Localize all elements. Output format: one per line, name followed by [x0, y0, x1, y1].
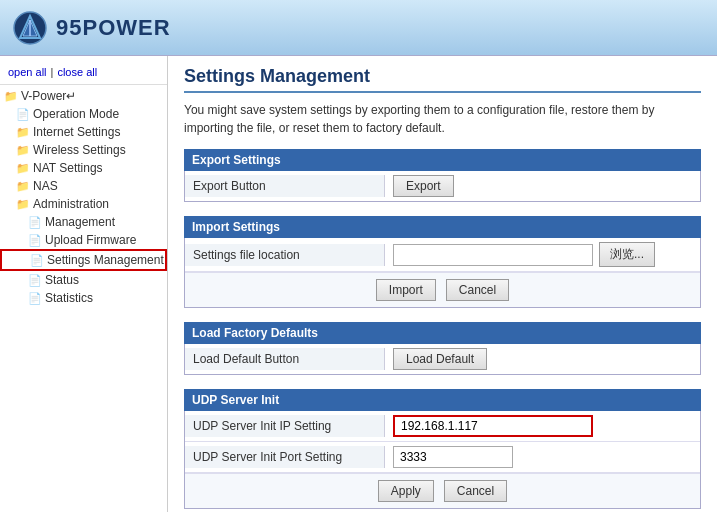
import-body: Settings file location 浏览... Import Canc… — [184, 238, 701, 308]
load-defaults-section: Load Factory Defaults Load Default Butto… — [184, 322, 701, 375]
header: 95POWER — [0, 0, 717, 56]
udp-port-input[interactable] — [393, 446, 513, 468]
sidebar-item-nas[interactable]: 📁 NAS — [0, 177, 167, 195]
page-icon: 📄 — [28, 274, 42, 287]
udp-buttons-row: Apply Cancel — [185, 473, 700, 508]
folder-icon: 📁 — [16, 144, 30, 157]
load-defaults-row: Load Default Button Load Default — [185, 344, 700, 374]
import-file-value: 浏览... — [385, 238, 700, 271]
folder-icon: 📁 — [16, 180, 30, 193]
sidebar-item-operation-mode[interactable]: 📄 Operation Mode — [0, 105, 167, 123]
folder-icon: 📁 — [4, 90, 18, 103]
load-defaults-label: Load Default Button — [185, 348, 385, 370]
page-icon: 📄 — [28, 216, 42, 229]
udp-section: UDP Server Init UDP Server Init IP Setti… — [184, 389, 701, 509]
sidebar-item-statistics[interactable]: 📄 Statistics — [0, 289, 167, 307]
export-label: Export Button — [185, 175, 385, 197]
import-section: Import Settings Settings file location 浏… — [184, 216, 701, 308]
logo-icon — [12, 10, 48, 46]
load-defaults-body: Load Default Button Load Default — [184, 344, 701, 375]
folder-icon: 📁 — [16, 126, 30, 139]
sidebar-item-wireless-settings[interactable]: 📁 Wireless Settings — [0, 141, 167, 159]
sidebar-item-nat-settings[interactable]: 📁 NAT Settings — [0, 159, 167, 177]
export-section: Export Settings Export Button Export — [184, 149, 701, 202]
folder-icon: 📁 — [16, 198, 30, 211]
udp-body: UDP Server Init IP Setting UDP Server In… — [184, 411, 701, 509]
apply-button[interactable]: Apply — [378, 480, 434, 502]
import-cancel-button[interactable]: Cancel — [446, 279, 509, 301]
udp-port-row: UDP Server Init Port Setting — [185, 442, 700, 473]
export-header: Export Settings — [184, 149, 701, 171]
import-button[interactable]: Import — [376, 279, 436, 301]
page-icon: 📄 — [28, 234, 42, 247]
export-row: Export Button Export — [185, 171, 700, 201]
page-icon: 📄 — [28, 292, 42, 305]
udp-port-value — [385, 442, 700, 472]
udp-ip-input[interactable] — [393, 415, 593, 437]
sidebar-item-administration[interactable]: 📁 Administration — [0, 195, 167, 213]
load-defaults-value: Load Default — [385, 344, 700, 374]
import-header: Import Settings — [184, 216, 701, 238]
page-icon: 📄 — [30, 254, 44, 267]
udp-ip-label: UDP Server Init IP Setting — [185, 415, 385, 437]
folder-icon: 📁 — [16, 162, 30, 175]
export-value: Export — [385, 171, 700, 201]
udp-header: UDP Server Init — [184, 389, 701, 411]
import-file-label: Settings file location — [185, 244, 385, 266]
sidebar-item-management[interactable]: 📄 Management — [0, 213, 167, 231]
udp-cancel-button[interactable]: Cancel — [444, 480, 507, 502]
content-area: Settings Management You might save syste… — [168, 56, 717, 512]
sidebar-item-settings-management[interactable]: 📄 Settings Management — [0, 249, 167, 271]
open-all-link[interactable]: open all — [8, 66, 47, 78]
page-title: Settings Management — [184, 66, 701, 93]
close-all-link[interactable]: close all — [57, 66, 97, 78]
logo-area: 95POWER — [12, 10, 171, 46]
logo-text: 95POWER — [56, 15, 171, 41]
export-button[interactable]: Export — [393, 175, 454, 197]
udp-ip-value — [385, 411, 700, 441]
udp-ip-row: UDP Server Init IP Setting — [185, 411, 700, 442]
udp-port-label: UDP Server Init Port Setting — [185, 446, 385, 468]
page-icon: 📄 — [16, 108, 30, 121]
import-file-input[interactable] — [393, 244, 593, 266]
sidebar-item-status[interactable]: 📄 Status — [0, 271, 167, 289]
import-buttons-row: Import Cancel — [185, 272, 700, 307]
import-file-row: Settings file location 浏览... — [185, 238, 700, 272]
sidebar-links: open all | close all — [0, 62, 167, 82]
export-body: Export Button Export — [184, 171, 701, 202]
main-layout: open all | close all 📁 V-Power↵ 📄 Operat… — [0, 56, 717, 512]
sidebar-item-v-power[interactable]: 📁 V-Power↵ — [0, 87, 167, 105]
sidebar-item-upload-firmware[interactable]: 📄 Upload Firmware — [0, 231, 167, 249]
browse-button[interactable]: 浏览... — [599, 242, 655, 267]
load-default-button[interactable]: Load Default — [393, 348, 487, 370]
sidebar: open all | close all 📁 V-Power↵ 📄 Operat… — [0, 56, 168, 512]
load-defaults-header: Load Factory Defaults — [184, 322, 701, 344]
page-description: You might save system settings by export… — [184, 101, 701, 137]
sidebar-item-internet-settings[interactable]: 📁 Internet Settings — [0, 123, 167, 141]
